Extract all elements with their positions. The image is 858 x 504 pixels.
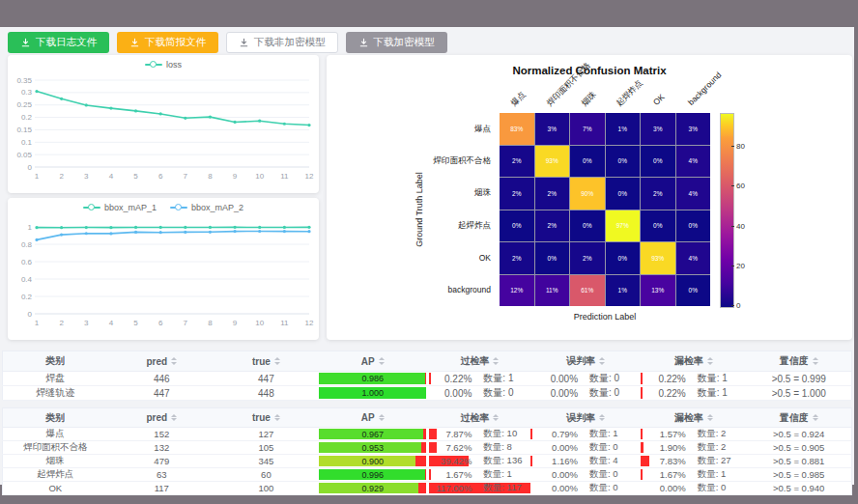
over-rate-cell: 7.62%数量: 8 (429, 441, 530, 455)
count-cell: 447 (107, 386, 215, 401)
download-log-label: 下载日志文件 (36, 36, 97, 49)
class-name-cell: 起焊炸点 (3, 468, 108, 482)
legend-marker-icon (145, 62, 162, 69)
matrix-row-labels: 爆点焊印面积不合格烟珠起焊炸点OKbackground (327, 113, 496, 306)
legend-item-bbox_mAP_2[interactable]: bbox_mAP_2 (170, 203, 243, 212)
column-header-误判率[interactable]: 误判率 (530, 351, 641, 372)
sort-carets-icon[interactable] (274, 354, 280, 368)
ap-bar-track: 0.986 (319, 373, 426, 384)
sort-carets-icon[interactable] (379, 354, 385, 368)
column-header-置信度[interactable]: 置信度 (746, 351, 851, 372)
column-header-pred[interactable]: pred (107, 408, 215, 428)
rate-count: 数量: 1 (686, 468, 746, 481)
sort-carets-icon[interactable] (813, 354, 818, 368)
column-header-置信度[interactable]: 置信度 (746, 408, 851, 428)
svg-text:2: 2 (59, 172, 64, 181)
download-encrypted-model-button[interactable]: 下载加密模型 (346, 32, 447, 53)
matrix-cell: 4% (676, 178, 711, 210)
svg-text:1: 1 (35, 172, 40, 181)
misjudge-rate-cell: 1.16%数量: 4 (530, 455, 641, 468)
class-name-cell: 爆点 (3, 428, 108, 441)
download-report-button[interactable]: 下载简报文件 (117, 32, 218, 53)
column-header-过检率[interactable]: 过检率 (429, 408, 530, 428)
count-cell: 447 (215, 372, 317, 386)
class-name-cell: OK (3, 482, 108, 495)
download-plain-model-button[interactable]: 下载非加密模型 (226, 32, 338, 53)
miss-rate-cell: 1.67%数量: 1 (641, 468, 746, 482)
rate-value: 117.00% (429, 483, 472, 493)
misjudge-rate-cell: 0.00%数量: 0 (530, 441, 641, 455)
legend-item-loss[interactable]: loss (145, 60, 182, 70)
column-header-true[interactable]: true (215, 408, 317, 428)
column-header-pred[interactable]: pred (107, 351, 215, 372)
sort-carets-icon[interactable] (599, 354, 605, 368)
class-name-cell: 焊盘 (3, 372, 108, 386)
matrix-colorbar (720, 113, 734, 308)
legend-label: bbox_mAP_1 (104, 203, 157, 212)
matrix-cell: 0% (641, 146, 675, 178)
legend-marker-icon (83, 205, 100, 211)
matrix-cell: 2% (500, 242, 534, 274)
results-table-2: 类别predtrueAP过检率误判率漏检率置信度爆点1521270.9677.8… (2, 407, 852, 495)
colorbar-tick: 0 (736, 301, 740, 310)
table-row: OK1171000.929117.00%数量: 1170.00%数量: 00.0… (3, 482, 852, 495)
svg-text:0.05: 0.05 (16, 151, 32, 159)
svg-text:0.15: 0.15 (16, 126, 32, 134)
sort-carets-icon[interactable] (171, 354, 177, 368)
download-icon (239, 38, 249, 48)
download-icon (129, 38, 140, 48)
svg-text:1: 1 (35, 319, 40, 327)
matrix-cell: 3% (641, 113, 675, 145)
sort-carets-icon[interactable] (813, 411, 818, 425)
ap-value: 0.953 (319, 442, 426, 453)
content-panel: 下载日志文件 下载简报文件 下载非加密模型 下载加密模型 loss 00.050… (0, 27, 854, 485)
rate-count: 数量: 4 (578, 455, 641, 467)
sort-carets-icon[interactable] (171, 411, 177, 425)
confidence-cell: >0.5 = 0.940 (746, 482, 851, 495)
sort-carets-icon[interactable] (274, 411, 280, 425)
ap-bar-track: 0.996 (319, 469, 426, 480)
svg-text:9: 9 (233, 319, 238, 327)
column-header-AP[interactable]: AP (317, 351, 429, 372)
rate-value: 7.83% (642, 456, 686, 466)
column-header-AP[interactable]: AP (317, 408, 429, 428)
rate-value: 0.00% (531, 469, 578, 480)
svg-text:11: 11 (280, 172, 289, 181)
rate-value: 0.00% (429, 388, 472, 399)
column-header-过检率[interactable]: 过检率 (429, 351, 530, 372)
matrix-cell: 11% (535, 275, 570, 307)
confidence-cell: >0.5 = 0.999 (746, 372, 851, 386)
sort-carets-icon[interactable] (493, 411, 499, 425)
sort-carets-icon[interactable] (707, 411, 713, 425)
count-cell: 117 (107, 482, 215, 495)
miss-rate-cell: 0.22%数量: 1 (641, 372, 746, 386)
column-header-误判率[interactable]: 误判率 (530, 408, 641, 428)
rate-count: 数量: 0 (578, 468, 641, 481)
rate-count: 数量: 0 (578, 372, 641, 385)
sort-carets-icon[interactable] (707, 354, 713, 368)
ap-bar-track: 0.953 (319, 442, 426, 453)
table-row: 焊缝轨迹4474481.0000.00%数量: 00.00%数量: 00.22%… (3, 386, 852, 401)
misjudge-rate-cell: 0.00%数量: 0 (530, 372, 641, 386)
matrix-row-label: background (327, 274, 496, 306)
download-log-button[interactable]: 下载日志文件 (8, 32, 109, 53)
svg-text:3: 3 (84, 172, 89, 181)
svg-text:0.2: 0.2 (21, 113, 33, 122)
sort-carets-icon[interactable] (599, 411, 605, 425)
column-header-漏检率[interactable]: 漏检率 (641, 351, 746, 372)
column-header-漏检率[interactable]: 漏检率 (641, 408, 746, 428)
sort-carets-icon[interactable] (379, 411, 385, 425)
svg-text:4: 4 (109, 319, 114, 327)
rate-count: 数量: 1 (472, 468, 530, 481)
ap-value: 0.986 (319, 373, 426, 384)
table-row: 焊印面积不合格1321050.9537.62%数量: 80.00%数量: 01.… (3, 441, 852, 455)
legend-item-bbox_mAP_1[interactable]: bbox_mAP_1 (83, 203, 157, 212)
count-cell: 152 (107, 428, 215, 441)
column-header-true[interactable]: true (215, 351, 317, 372)
rate-value: 7.62% (429, 442, 472, 453)
matrix-cell: 13% (641, 275, 675, 307)
matrix-cell: 3% (535, 113, 570, 145)
rate-count: 数量: 0 (578, 482, 641, 494)
sort-carets-icon[interactable] (493, 354, 499, 368)
matrix-column-label: 起焊炸点 (615, 77, 646, 109)
